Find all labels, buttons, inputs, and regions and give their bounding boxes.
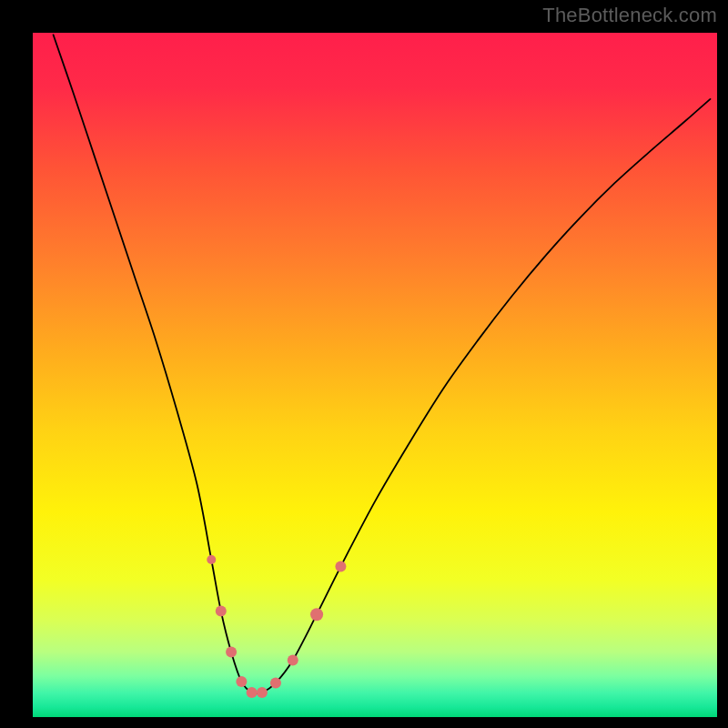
chart-frame: TheBottleneck.com: [0, 0, 728, 728]
plot-area: [33, 33, 717, 717]
dip-marker: [236, 676, 247, 687]
dip-marker: [216, 605, 227, 616]
dip-marker: [288, 655, 298, 666]
dip-marker: [247, 687, 258, 698]
dip-marker: [257, 687, 268, 698]
gradient-background: [33, 33, 717, 717]
dip-marker: [226, 647, 237, 658]
plot-svg: [33, 33, 717, 717]
dip-marker: [207, 555, 216, 564]
dip-marker: [310, 608, 323, 621]
dip-marker: [270, 677, 281, 688]
dip-marker: [335, 561, 346, 572]
attribution-label: TheBottleneck.com: [542, 4, 717, 27]
